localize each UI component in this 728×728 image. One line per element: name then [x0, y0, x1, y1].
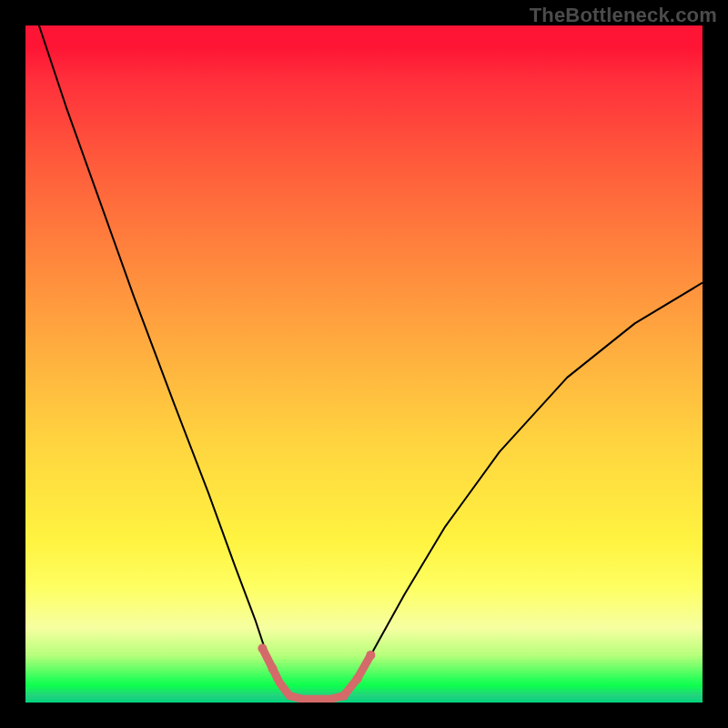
chart-frame: TheBottleneck.com [0, 0, 728, 728]
plot-gradient-bg [25, 25, 703, 703]
plot-area-outer [25, 25, 703, 703]
watermark-label: TheBottleneck.com [530, 4, 717, 27]
